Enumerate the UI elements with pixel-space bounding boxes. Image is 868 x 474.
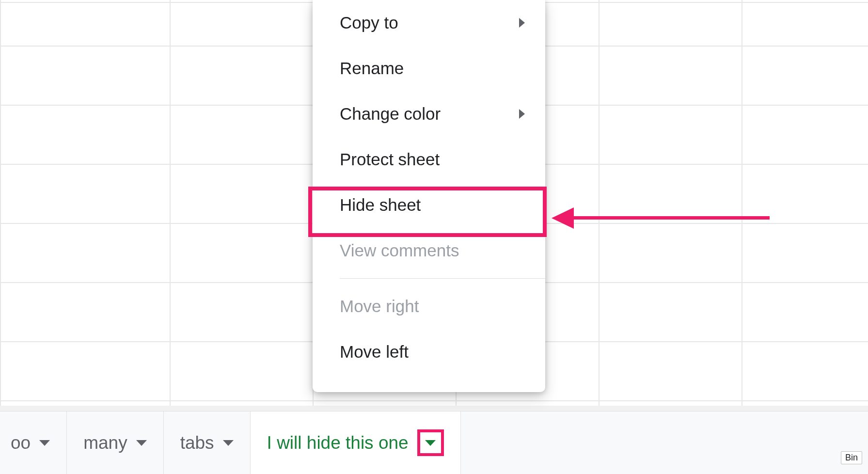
menu-item-move-right: Move right xyxy=(313,284,545,329)
menu-item-rename[interactable]: Rename xyxy=(313,46,545,91)
menu-item-label: Change color xyxy=(340,104,441,124)
corner-bin-label: Bin xyxy=(841,451,862,464)
menu-item-view-comments: View comments xyxy=(313,228,545,273)
caret-down-icon[interactable] xyxy=(223,440,234,446)
annotation-caret-highlight xyxy=(417,429,444,456)
spreadsheet-app: Copy to Rename Change color Protect shee… xyxy=(0,0,868,474)
menu-item-label: Move right xyxy=(340,297,419,316)
menu-item-copy-to[interactable]: Copy to xyxy=(313,0,545,46)
menu-divider xyxy=(340,278,545,279)
menu-item-change-color[interactable]: Change color xyxy=(313,91,545,137)
sheet-tab-many[interactable]: many xyxy=(67,411,163,474)
caret-down-icon[interactable] xyxy=(39,440,50,446)
sheet-tab-label: tabs xyxy=(180,433,214,453)
caret-down-icon[interactable] xyxy=(425,440,436,446)
menu-item-label: Move left xyxy=(340,342,409,362)
sheet-tab-context-menu: Copy to Rename Change color Protect shee… xyxy=(313,0,545,392)
grid-tabbar-separator xyxy=(0,406,868,411)
caret-down-icon[interactable] xyxy=(136,440,147,446)
chevron-right-icon xyxy=(519,109,525,119)
menu-item-label: View comments xyxy=(340,241,459,260)
menu-item-hide-sheet[interactable]: Hide sheet xyxy=(313,182,545,228)
sheet-tab-label: oo xyxy=(11,433,31,453)
sheet-tab-oo[interactable]: oo xyxy=(0,411,67,474)
menu-item-label: Rename xyxy=(340,59,404,78)
menu-item-label: Copy to xyxy=(340,13,398,32)
menu-item-label: Protect sheet xyxy=(340,150,440,169)
sheet-tab-label: many xyxy=(83,433,127,453)
sheet-tab-tabs[interactable]: tabs xyxy=(164,411,251,474)
menu-item-move-left[interactable]: Move left xyxy=(313,329,545,375)
menu-item-protect-sheet[interactable]: Protect sheet xyxy=(313,137,545,182)
sheet-tab-bar: oo many tabs I will hide this one xyxy=(0,411,868,474)
sheet-tab-label: I will hide this one xyxy=(267,433,409,453)
chevron-right-icon xyxy=(519,18,525,28)
menu-item-label: Hide sheet xyxy=(340,195,421,215)
sheet-tab-active[interactable]: I will hide this one xyxy=(251,411,461,474)
